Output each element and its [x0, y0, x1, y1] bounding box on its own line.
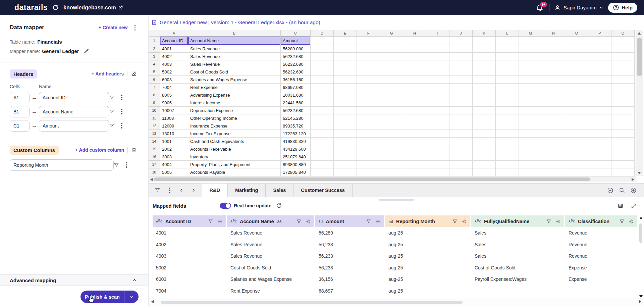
row-menu-icon[interactable] [124, 161, 128, 169]
sheet-cell[interactable] [565, 107, 588, 114]
sheet-cell[interactable] [426, 145, 449, 153]
mapped-column-header[interactable]: 1.2Amount [315, 215, 385, 227]
sheet-cell[interactable] [403, 114, 426, 122]
sheet-cell[interactable] [496, 60, 519, 68]
sheet-cell[interactable] [565, 45, 588, 53]
sheet-cell[interactable] [449, 153, 473, 161]
sheet-cell[interactable] [496, 91, 519, 99]
sheet-cell[interactable]: 5005 [160, 168, 188, 176]
sheet-cell[interactable] [426, 114, 449, 122]
sheet-cell[interactable] [357, 76, 380, 84]
sheet-cell[interactable] [588, 122, 611, 130]
sheet-cell[interactable] [519, 161, 542, 168]
eraser-icon[interactable] [131, 71, 137, 77]
sheet-cell[interactable]: Q [611, 30, 635, 37]
sheet-cell[interactable] [473, 68, 496, 76]
sheet-cell[interactable] [496, 99, 519, 107]
sheet-cell[interactable] [542, 122, 565, 130]
sheet-cell[interactable]: 56232.680 [281, 53, 311, 60]
trash-icon[interactable] [131, 147, 137, 153]
sheet-cell[interactable] [542, 99, 565, 107]
sheet-tab[interactable]: R&D [202, 184, 228, 197]
sheet-tab[interactable]: Marketing [228, 184, 266, 197]
sheet-cell[interactable] [611, 91, 635, 99]
sheet-cell[interactable] [426, 161, 449, 168]
sheet-cell[interactable] [519, 114, 542, 122]
filter-icon[interactable] [109, 123, 114, 129]
sheet-cell[interactable] [565, 91, 588, 99]
sheet-cell[interactable] [542, 91, 565, 99]
sheet-cell[interactable] [611, 99, 635, 107]
sheet-cell[interactable]: N [542, 30, 565, 37]
sheet-cell[interactable] [403, 91, 426, 99]
sheet-cell[interactable] [542, 130, 565, 138]
gear-icon[interactable] [375, 219, 381, 224]
sheet-cell[interactable]: 4004 [160, 161, 188, 168]
sheet-cell[interactable] [334, 84, 357, 91]
sheet-cell[interactable] [357, 91, 380, 99]
sheet-cell[interactable] [426, 68, 449, 76]
sheet-cell[interactable] [357, 168, 380, 176]
sheet-cell[interactable]: 893800.880 [281, 161, 311, 168]
sheet-cell[interactable] [357, 114, 380, 122]
sheet-cell[interactable]: 13010 [160, 130, 188, 138]
sheet-cell[interactable] [611, 60, 635, 68]
sheet-cell[interactable]: 5002 [160, 68, 188, 76]
sheet-cell[interactable]: 68697.080 [281, 84, 311, 91]
sheet-cell[interactable]: 4 [149, 60, 160, 68]
sheet-cell[interactable]: 10 [149, 107, 160, 114]
sheet-cell[interactable] [611, 122, 635, 130]
sheet-cell[interactable] [311, 53, 334, 60]
sheet-cell[interactable] [334, 114, 357, 122]
sheet-cell[interactable]: 56232.680 [281, 68, 311, 76]
sheet-cell[interactable] [426, 153, 449, 161]
sheet-cell[interactable] [449, 76, 473, 84]
sheet-cell[interactable] [565, 145, 588, 153]
sheet-cell[interactable] [357, 53, 380, 60]
sheet-cell[interactable] [449, 122, 473, 130]
sheet-cell[interactable] [311, 130, 334, 138]
sheet-cell[interactable] [565, 84, 588, 91]
scroll-up-arrow[interactable] [639, 217, 643, 219]
sheet-cell[interactable] [611, 84, 635, 91]
sheet-cell[interactable]: 16 [149, 153, 160, 161]
sheet-cell[interactable]: D [311, 30, 334, 37]
scroll-down-arrow[interactable] [638, 172, 641, 174]
sheet-cell[interactable] [496, 153, 519, 161]
sheet-cell[interactable] [496, 114, 519, 122]
sheet-cell[interactable] [473, 138, 496, 145]
sheet-cell[interactable]: C [281, 30, 311, 37]
sheet-cell[interactable]: 9 [149, 99, 160, 107]
sheet-cell[interactable] [565, 168, 588, 176]
sheet-cell[interactable] [449, 84, 473, 91]
sheet-cell[interactable]: 2 [149, 45, 160, 53]
sheet-cell[interactable] [403, 107, 426, 114]
sheet-cell[interactable] [357, 145, 380, 153]
binoculars-icon[interactable] [276, 219, 282, 224]
scroll-thumb[interactable] [637, 38, 642, 76]
sheet-cell[interactable]: Accounts Receivable [188, 145, 281, 153]
scroll-left-arrow[interactable] [150, 178, 153, 181]
tabs-scroll-left-icon[interactable] [179, 188, 184, 193]
sheet-cell[interactable]: 3003 [160, 153, 188, 161]
sheet-cell[interactable]: Accounts Payable [188, 168, 281, 176]
sheet-cell[interactable] [449, 45, 473, 53]
sheet-cell[interactable] [380, 45, 403, 53]
sheet-cell[interactable]: K [473, 30, 496, 37]
filter-icon[interactable] [155, 188, 160, 193]
sheet-cell[interactable]: 8005 [160, 91, 188, 99]
sheet-cell[interactable] [449, 91, 473, 99]
sheet-cell[interactable] [334, 76, 357, 84]
sheet-cell[interactable] [380, 130, 403, 138]
sheet-cell[interactable]: Cost of Goods Sold [188, 68, 281, 76]
sheet-cell[interactable]: O [565, 30, 588, 37]
sheet-cell[interactable]: 10031.680 [281, 91, 311, 99]
sheet-cell[interactable] [380, 161, 403, 168]
sheet-cell[interactable] [311, 138, 334, 145]
sheet-cell[interactable] [473, 168, 496, 176]
refresh-icon[interactable] [276, 203, 282, 209]
mapped-table-row[interactable]: 5002Cost of Goods Sold56,233aug-25Cost o… [153, 262, 638, 274]
sheet-cell[interactable] [588, 76, 611, 84]
sheet-cell[interactable] [449, 138, 473, 145]
sheet-cell[interactable] [449, 53, 473, 60]
